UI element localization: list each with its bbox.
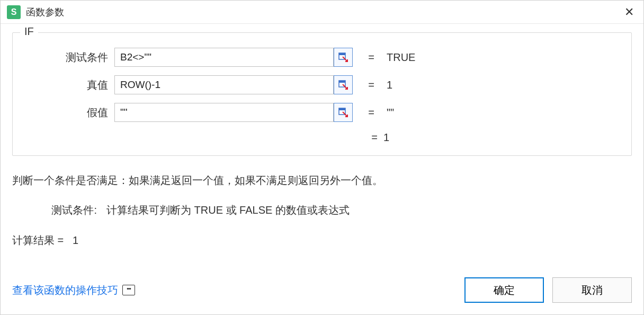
range-selector-button[interactable]: [334, 48, 353, 67]
true-value-result: 1: [387, 79, 392, 91]
true-value-input[interactable]: [114, 75, 334, 94]
calc-result-row: 计算结果 = 1: [12, 233, 632, 248]
app-icon: S: [7, 5, 21, 19]
content-area: IF 测试条件 = TRUE 真值: [1, 24, 643, 268]
param-input-wrap: [114, 48, 353, 67]
function-arguments-dialog: S 函数参数 ✕ IF 测试条件 = T: [0, 0, 644, 315]
help-link[interactable]: 查看该函数的操作技巧 •••: [12, 283, 135, 298]
param-label-true-value: 真值: [29, 78, 108, 92]
param-input-wrap: [114, 103, 353, 122]
calc-result-value: 1: [73, 234, 78, 246]
equals-sign: =: [370, 132, 379, 144]
overall-result-row: = 1: [29, 132, 615, 144]
logical-test-result: TRUE: [387, 51, 415, 64]
range-selector-icon: [338, 52, 348, 63]
argument-help-row: 测试条件: 计算结果可判断为 TRUE 或 FALSE 的数值或表达式: [12, 202, 632, 218]
function-name-legend: IF: [20, 25, 38, 38]
cancel-button[interactable]: 取消: [552, 277, 632, 303]
argument-help-text: 计算结果可判断为 TRUE 或 FALSE 的数值或表达式: [106, 202, 350, 218]
param-row: 假值 = "": [29, 103, 615, 122]
equals-sign: =: [366, 79, 376, 91]
logical-test-input[interactable]: [114, 48, 334, 67]
false-value-result: "": [387, 107, 394, 119]
param-row: 真值 = 1: [29, 75, 615, 94]
function-description: 判断一个条件是否满足：如果满足返回一个值，如果不满足则返回另外一个值。 测试条件…: [12, 172, 632, 218]
param-label-false-value: 假值: [29, 106, 108, 120]
video-icon: •••: [122, 285, 135, 295]
svg-rect-1: [339, 53, 345, 55]
titlebar: S 函数参数 ✕: [1, 1, 643, 24]
svg-rect-3: [339, 81, 345, 83]
overall-result: 1: [383, 132, 389, 144]
svg-rect-5: [339, 108, 345, 110]
argument-help-label: 测试条件:: [12, 202, 106, 218]
dialog-footer: 查看该函数的操作技巧 ••• 确定 取消: [1, 268, 643, 314]
description-text: 判断一个条件是否满足：如果满足返回一个值，如果不满足则返回另外一个值。: [12, 172, 632, 189]
range-selector-button[interactable]: [334, 103, 353, 122]
close-icon[interactable]: ✕: [621, 6, 637, 18]
equals-sign: =: [366, 107, 376, 119]
function-fieldset: IF 测试条件 = TRUE 真值: [12, 32, 632, 156]
ok-button[interactable]: 确定: [464, 277, 544, 303]
range-selector-icon: [338, 80, 348, 90]
calc-result-label: 计算结果 =: [12, 234, 64, 246]
param-row: 测试条件 = TRUE: [29, 48, 615, 67]
false-value-input[interactable]: [114, 103, 334, 122]
param-label-logical-test: 测试条件: [29, 50, 108, 65]
range-selector-button[interactable]: [334, 75, 353, 94]
window-title: 函数参数: [26, 6, 621, 19]
help-link-text: 查看该函数的操作技巧: [12, 283, 118, 298]
range-selector-icon: [338, 107, 348, 118]
equals-sign: =: [366, 51, 376, 64]
param-input-wrap: [114, 75, 353, 94]
